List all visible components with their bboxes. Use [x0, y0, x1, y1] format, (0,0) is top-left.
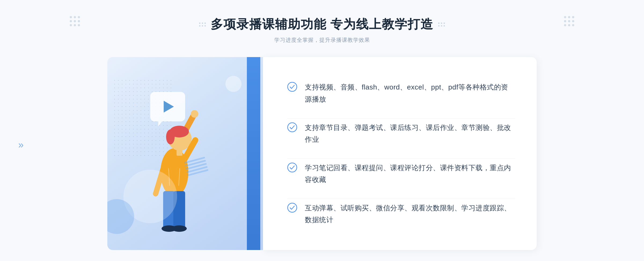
svg-point-1 — [191, 110, 198, 118]
deco-circle-top — [225, 76, 241, 92]
page-title: 多项录播课辅助功能 专为线上教学打造 — [211, 16, 434, 33]
left-chevron-decoration: » — [18, 139, 24, 151]
feature-text-4: 互动弹幕、试听购买、微信分享、观看次数限制、学习进度跟踪、数据统计 — [305, 202, 515, 226]
feature-text-3: 学习笔记回看、课程提问、课程评论打分、课件资料下载，重点内容收藏 — [305, 162, 515, 185]
svg-point-18 — [288, 203, 297, 212]
feature-item-1: 支持视频、音频、flash、word、excel、ppt、pdf等各种格式的资源… — [287, 78, 515, 108]
header-section: 多项录播课辅助功能 专为线上教学打造 学习进度全掌握，提升录播课教学效果 — [199, 16, 445, 44]
page-subtitle: 学习进度全掌握，提升录播课教学效果 — [199, 36, 445, 44]
svg-point-12 — [172, 225, 187, 232]
top-right-decoration — [564, 16, 574, 26]
title-row: 多项录播课辅助功能 专为线上教学打造 — [199, 16, 445, 33]
title-left-dots — [199, 23, 206, 27]
feature-item-3: 学习笔记回看、课程提问、课程评论打分、课件资料下载，重点内容收藏 — [287, 158, 515, 189]
svg-point-17 — [288, 163, 297, 172]
feature-item-4: 互动弹幕、试听购买、微信分享、观看次数限制、学习进度跟踪、数据统计 — [287, 199, 515, 229]
check-icon-1 — [287, 82, 297, 92]
illustration-card — [107, 57, 263, 250]
feature-item-2: 支持章节目录、弹题考试、课后练习、课后作业、章节测验、批改作业 — [287, 118, 515, 148]
svg-point-16 — [288, 123, 297, 132]
features-card: 支持视频、音频、flash、word、excel、ppt、pdf等各种格式的资源… — [263, 57, 537, 250]
content-area: 支持视频、音频、flash、word、excel、ppt、pdf等各种格式的资源… — [107, 57, 537, 250]
top-left-decoration — [70, 16, 80, 26]
check-icon-3 — [287, 162, 297, 173]
feature-text-1: 支持视频、音频、flash、word、excel、ppt、pdf等各种格式的资源… — [305, 81, 515, 105]
blue-vertical-bar — [247, 57, 260, 250]
page-wrapper: » 多项录播课辅助功能 专为线上教学打造 学习进度全掌握，提升录播课教学效果 — [0, 0, 644, 261]
feature-text-2: 支持章节目录、弹题考试、课后练习、课后作业、章节测验、批改作业 — [305, 122, 515, 145]
svg-rect-6 — [177, 148, 182, 156]
svg-point-5 — [166, 129, 175, 144]
check-icon-2 — [287, 122, 297, 132]
check-icon-4 — [287, 203, 297, 213]
title-right-dots — [438, 23, 445, 27]
svg-point-15 — [288, 82, 297, 91]
